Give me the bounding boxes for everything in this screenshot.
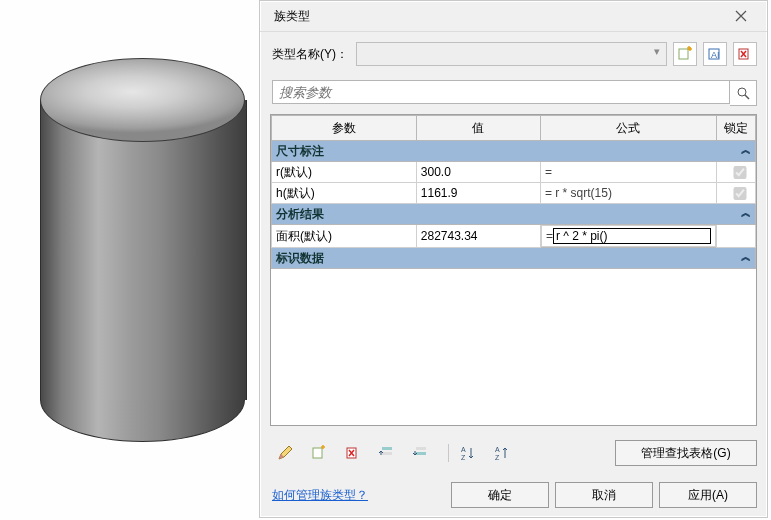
area-formula-prefix: = (546, 229, 553, 243)
cylinder-top (40, 58, 245, 142)
svg-text:Z: Z (495, 454, 500, 461)
section-identity-label: 标识数据 (276, 251, 324, 265)
search-button[interactable] (730, 80, 757, 106)
svg-point-5 (738, 88, 746, 96)
svg-rect-12 (416, 452, 426, 455)
move-up-button[interactable] (374, 440, 400, 466)
cell-area-name[interactable]: 面积(默认) (272, 225, 417, 248)
input-area-formula[interactable] (553, 228, 711, 244)
section-analysis[interactable]: 分析结果︽ (272, 204, 756, 225)
move-down-button[interactable] (408, 440, 434, 466)
new-type-button[interactable] (673, 42, 697, 66)
type-name-label: 类型名称(Y)： (272, 46, 356, 63)
cell-area-formula[interactable]: = (541, 225, 716, 247)
lock-area-cell (716, 225, 755, 248)
apply-button[interactable]: 应用(A) (659, 482, 757, 508)
dialog-title: 族类型 (268, 8, 723, 25)
input-h-value[interactable] (421, 186, 536, 200)
close-button[interactable] (723, 4, 759, 28)
delete-type-icon (737, 46, 753, 62)
sort-desc-button[interactable]: AZ (489, 440, 515, 466)
grid-header-row: 参数 值 公式 锁定 (272, 116, 756, 141)
row-area: 面积(默认) = (272, 225, 756, 248)
ok-button[interactable]: 确定 (451, 482, 549, 508)
section-identity[interactable]: 标识数据︽ (272, 248, 756, 269)
svg-line-6 (745, 95, 749, 99)
collapse-icon: ︽ (741, 250, 747, 264)
sort-desc-icon: AZ (494, 445, 510, 461)
svg-rect-9 (382, 447, 392, 450)
svg-rect-11 (416, 447, 426, 450)
cell-area-value (416, 225, 540, 248)
move-up-icon (379, 445, 395, 461)
sort-asc-button[interactable]: AZ (455, 440, 481, 466)
pencil-icon (277, 445, 293, 461)
cancel-button[interactable]: 取消 (555, 482, 653, 508)
collapse-icon: ︽ (741, 143, 747, 157)
family-types-dialog: 族类型 类型名称(Y)： AI (259, 0, 768, 518)
input-r-value[interactable] (421, 165, 536, 179)
svg-rect-7 (313, 448, 322, 458)
header-value[interactable]: 值 (416, 116, 540, 141)
cylinder-body (40, 100, 247, 400)
move-down-icon (413, 445, 429, 461)
lock-r[interactable] (725, 166, 755, 179)
close-icon (735, 10, 747, 22)
rename-type-button[interactable]: AI (703, 42, 727, 66)
cell-h-formula[interactable]: = r * sqrt(15) (540, 183, 716, 204)
cell-r-name[interactable]: r(默认) (272, 162, 417, 183)
lock-h[interactable] (725, 187, 755, 200)
svg-text:A: A (495, 446, 500, 453)
cell-r-value (416, 162, 540, 183)
sort-asc-icon: AZ (460, 445, 476, 461)
cell-r-formula[interactable]: = (540, 162, 716, 183)
svg-text:A: A (461, 446, 466, 453)
header-param[interactable]: 参数 (272, 116, 417, 141)
edit-param-button[interactable] (272, 440, 298, 466)
cylinder-viewport (40, 58, 245, 428)
section-dimensions[interactable]: 尺寸标注︽ (272, 141, 756, 162)
svg-rect-0 (679, 49, 688, 59)
delete-param-icon (345, 445, 361, 461)
search-input[interactable] (272, 80, 730, 104)
collapse-icon: ︽ (741, 206, 747, 220)
row-r: r(默认) = (272, 162, 756, 183)
type-name-dropdown[interactable] (356, 42, 667, 66)
row-h: h(默认) = r * sqrt(15) (272, 183, 756, 204)
svg-text:Z: Z (461, 454, 466, 461)
header-lock[interactable]: 锁定 (716, 116, 755, 141)
input-area-value[interactable] (421, 229, 536, 243)
cell-h-name[interactable]: h(默认) (272, 183, 417, 204)
parameters-grid: 参数 值 公式 锁定 尺寸标注︽ r(默认) = h(默认) = (270, 114, 757, 426)
new-type-icon (677, 46, 693, 62)
section-analysis-label: 分析结果 (276, 207, 324, 221)
search-icon (736, 86, 750, 100)
new-param-icon (311, 445, 327, 461)
delete-type-button[interactable] (733, 42, 757, 66)
toolbar-separator (448, 444, 449, 462)
header-formula[interactable]: 公式 (540, 116, 716, 141)
svg-text:AI: AI (711, 50, 720, 60)
new-param-button[interactable] (306, 440, 332, 466)
delete-param-button[interactable] (340, 440, 366, 466)
manage-lookup-button[interactable]: 管理查找表格(G) (615, 440, 757, 466)
help-link[interactable]: 如何管理族类型？ (272, 487, 368, 504)
cell-h-value (416, 183, 540, 204)
section-dimensions-label: 尺寸标注 (276, 144, 324, 158)
svg-rect-10 (382, 452, 392, 455)
rename-type-icon: AI (707, 46, 723, 62)
